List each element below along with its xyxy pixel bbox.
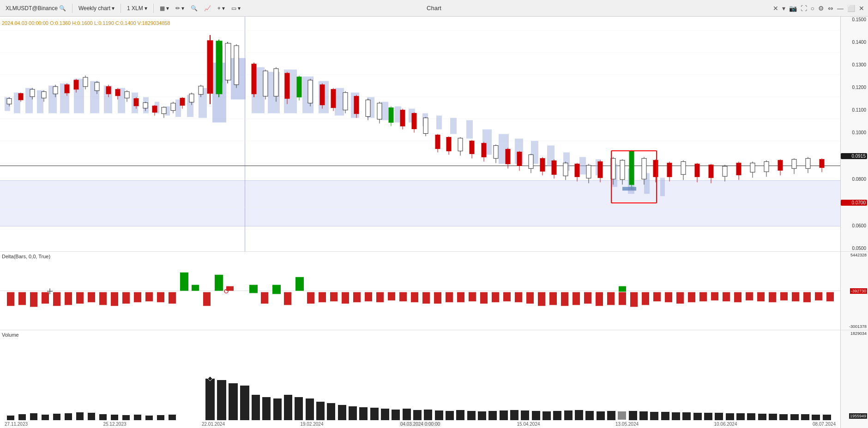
circle-icon[interactable]: ○ <box>811 5 814 12</box>
delta-scale-bottom: -3001378 <box>849 324 868 329</box>
svg-rect-224 <box>203 292 211 306</box>
price-chart[interactable]: 2024.04.03 00:00:00 O:0.1360 H:0.1600 L:… <box>0 17 868 252</box>
symbol-selector[interactable]: XLMUSDT@Binance 🔍 <box>4 4 68 12</box>
close-icon[interactable]: ✕ <box>859 5 864 12</box>
svg-rect-295 <box>205 379 215 420</box>
svg-rect-151 <box>517 152 522 166</box>
svg-rect-332 <box>607 411 615 420</box>
svg-rect-266 <box>688 292 695 302</box>
svg-rect-242 <box>411 292 418 302</box>
svg-rect-213 <box>99 292 107 305</box>
svg-rect-209 <box>53 292 60 306</box>
svg-rect-137 <box>435 135 440 149</box>
svg-rect-215 <box>122 292 130 303</box>
svg-rect-87 <box>162 107 166 114</box>
svg-rect-145 <box>482 143 486 157</box>
svg-rect-286 <box>76 412 84 420</box>
svg-rect-308 <box>349 406 357 420</box>
minimize-icon[interactable]: — <box>837 5 844 12</box>
svg-rect-155 <box>540 158 545 171</box>
svg-rect-325 <box>532 411 540 420</box>
svg-rect-321 <box>488 411 497 420</box>
svg-rect-248 <box>480 292 488 303</box>
delta-badge: -392730 <box>850 288 867 294</box>
svg-rect-210 <box>65 292 72 305</box>
screenshot-icon[interactable]: 📷 <box>789 5 797 12</box>
restore-icon[interactable]: ⬜ <box>847 5 855 12</box>
svg-rect-83 <box>143 103 148 108</box>
svg-rect-315 <box>424 410 432 420</box>
svg-rect-243 <box>422 292 430 303</box>
svg-rect-303 <box>295 397 303 420</box>
svg-rect-123 <box>354 96 359 114</box>
current-price-badge: 0.0915 <box>841 153 867 159</box>
add-indicator-button[interactable]: + ▾ <box>216 4 227 12</box>
chevron-down-icon[interactable]: ▾ <box>782 5 785 12</box>
svg-rect-133 <box>412 113 416 129</box>
svg-rect-165 <box>598 161 603 178</box>
svg-rect-284 <box>53 414 60 420</box>
svg-rect-186 <box>723 166 727 176</box>
svg-rect-241 <box>399 292 407 301</box>
zoom-button[interactable]: 🔍 <box>189 4 199 12</box>
tools-icon[interactable]: ⚙ <box>818 5 824 12</box>
template-button[interactable]: ▭ ▾ <box>229 4 242 12</box>
svg-rect-344 <box>736 413 745 420</box>
svg-rect-159 <box>563 163 568 176</box>
svg-rect-251 <box>515 292 522 302</box>
svg-rect-153 <box>529 155 533 168</box>
date-label-9: 08.07.2024 <box>813 422 836 427</box>
svg-rect-139 <box>446 137 451 151</box>
svg-rect-196 <box>792 159 796 168</box>
unit-label: 1 XLM <box>127 5 143 12</box>
svg-rect-273 <box>769 292 776 302</box>
chart-container: 2024.04.03 00:00:00 O:0.1360 H:0.1600 L:… <box>0 17 868 428</box>
draw-tool-button[interactable]: ✏ ▾ <box>174 4 186 12</box>
svg-rect-271 <box>746 292 753 300</box>
svg-rect-262 <box>642 292 649 305</box>
svg-rect-161 <box>575 164 579 177</box>
volume-panel: Volume <box>0 330 868 428</box>
svg-rect-125 <box>366 100 370 117</box>
crosshair-icon[interactable]: ✕ <box>773 5 778 12</box>
date-label-5: 04.03.2024 0:00:00 <box>399 422 441 427</box>
svg-rect-69 <box>74 80 78 89</box>
line-tool-button[interactable]: 📈 <box>202 4 213 12</box>
separator <box>72 4 72 13</box>
svg-rect-200 <box>820 159 824 167</box>
svg-rect-322 <box>500 410 508 420</box>
price-scale: 0.1500 0.1400 0.1300 0.1200 0.1100 0.100… <box>840 17 868 252</box>
svg-rect-316 <box>435 410 443 420</box>
svg-rect-320 <box>478 411 486 420</box>
fullscreen-icon[interactable]: ⛶ <box>801 5 807 12</box>
date-label-1: 27.11.2023 <box>5 422 28 427</box>
svg-rect-174 <box>642 158 646 179</box>
svg-rect-214 <box>111 292 118 306</box>
svg-rect-247 <box>469 292 476 301</box>
svg-rect-324 <box>521 410 529 420</box>
chevron-down-icon: ▾ <box>145 5 147 12</box>
svg-rect-276 <box>803 292 811 302</box>
svg-rect-252 <box>526 292 534 303</box>
svg-rect-216 <box>134 292 141 302</box>
svg-rect-302 <box>284 395 292 420</box>
svg-rect-234 <box>319 292 326 302</box>
svg-rect-117 <box>320 85 325 105</box>
svg-rect-269 <box>723 292 730 301</box>
separator <box>153 4 154 13</box>
svg-rect-328 <box>564 410 573 420</box>
svg-rect-85 <box>152 106 157 113</box>
svg-rect-219 <box>169 292 176 303</box>
price-level-0060: 0.0600 <box>841 224 868 228</box>
svg-rect-339 <box>682 412 691 420</box>
bar-type-button[interactable]: ▦ ▾ <box>158 4 171 12</box>
svg-rect-327 <box>553 411 561 420</box>
toolbar: XLMUSDT@Binance 🔍 Weekly chart ▾ 1 XLM ▾… <box>0 0 868 17</box>
svg-rect-180 <box>681 161 686 174</box>
chevron-down-icon: ▾ <box>238 5 241 12</box>
svg-rect-178 <box>667 163 672 177</box>
arrow-icon[interactable]: ⇔ <box>828 5 833 12</box>
unit-selector[interactable]: 1 XLM ▾ <box>125 4 149 12</box>
timeframe-selector[interactable]: Weekly chart ▾ <box>77 4 116 12</box>
svg-rect-342 <box>715 413 723 420</box>
